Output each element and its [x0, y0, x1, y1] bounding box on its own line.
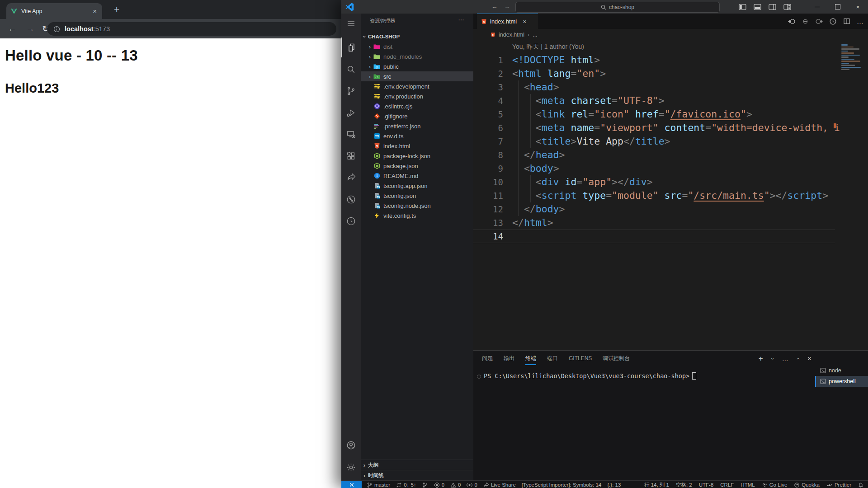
terminal-dropdown-icon[interactable]: ›: [769, 355, 776, 362]
open-changes-icon[interactable]: [802, 18, 809, 25]
terminal-item-powershell[interactable]: powershell: [815, 376, 868, 387]
status-Quokka[interactable]: Quokka: [794, 482, 820, 488]
account-icon[interactable]: [341, 435, 361, 455]
remote-indicator[interactable]: [341, 481, 362, 488]
status-CRLF[interactable]: CRLF: [720, 482, 734, 488]
explorer-icon[interactable]: [341, 38, 361, 57]
editor-tab-index-html[interactable]: 5 index.html ×: [477, 14, 538, 29]
breadcrumb-file[interactable]: index.html: [499, 32, 524, 38]
tree-folder-dist[interactable]: ›dist: [361, 42, 473, 52]
project-root-row[interactable]: › CHAO-SHOP: [361, 32, 473, 42]
site-info-icon[interactable]: [53, 26, 60, 33]
command-center-search[interactable]: chao-shop: [515, 2, 720, 13]
panel-bottom-icon[interactable]: [754, 4, 761, 10]
status-0[interactable]: 0: [450, 482, 461, 488]
menu-hamburger-icon[interactable]: [341, 14, 361, 33]
close-button[interactable]: ×: [848, 0, 868, 14]
nav-back-icon[interactable]: ←: [491, 3, 498, 10]
tree-file-.eslintrc.cjs[interactable]: .eslintrc.cjs: [361, 101, 473, 111]
status-Prettier[interactable]: Prettier: [826, 482, 851, 488]
panel-tab-输出[interactable]: 输出: [504, 352, 514, 366]
remote-explorer-icon[interactable]: [341, 124, 361, 144]
tree-file-.prettierrc.json[interactable]: .prettierrc.json: [361, 121, 473, 131]
minimize-button[interactable]: [807, 0, 827, 14]
maximize-panel-icon[interactable]: ›: [795, 355, 801, 362]
tree-file-.env.development[interactable]: .env.development: [361, 81, 473, 91]
maximize-button[interactable]: [827, 0, 848, 14]
close-panel-icon[interactable]: ×: [807, 355, 811, 363]
open-changes-prev-icon[interactable]: [788, 18, 796, 25]
live-share-icon[interactable]: [341, 168, 361, 188]
tree-file-vite.config.ts[interactable]: vite.config.ts: [361, 211, 473, 221]
code-editor[interactable]: You, 昨天 | 1 author (You) 1<!DOCTYPE html…: [473, 41, 868, 350]
gitlens-icon[interactable]: [341, 189, 361, 209]
panel-tab-调试控制台[interactable]: 调试控制台: [603, 352, 630, 366]
tree-file-tsconfig.app.json[interactable]: TStsconfig.app.json: [361, 181, 473, 191]
outline-section[interactable]: › 大纲: [361, 460, 473, 470]
panel-left-icon[interactable]: [739, 4, 746, 10]
timeline-section[interactable]: › 时间线: [361, 470, 473, 481]
panel-tab-问题[interactable]: 问题: [482, 352, 493, 366]
back-icon[interactable]: ←: [6, 24, 18, 34]
tab-close-icon[interactable]: ×: [523, 18, 526, 25]
timeline-run-icon[interactable]: [829, 18, 837, 25]
gitlens-codelens[interactable]: You, 昨天 | 1 author (You): [512, 43, 584, 51]
tree-file-README.md[interactable]: README.md: [361, 171, 473, 181]
tree-folder-node_modules[interactable]: ›node_modules: [361, 52, 473, 61]
run-debug-icon[interactable]: [341, 103, 361, 122]
more-actions-icon[interactable]: …: [857, 18, 863, 25]
panel-tab-终端[interactable]: 终端: [525, 352, 536, 366]
tree-folder-public[interactable]: ›public: [361, 61, 473, 71]
status-branch[interactable]: [422, 482, 428, 488]
gitlens-inspect-icon[interactable]: [341, 211, 361, 231]
breadcrumb[interactable]: 5 index.html › ...: [473, 29, 868, 41]
search-icon[interactable]: [341, 59, 361, 79]
minimap-line: [841, 69, 849, 70]
split-editor-icon[interactable]: [843, 18, 850, 25]
tree-file-.env.production[interactable]: .env.production: [361, 91, 473, 101]
nav-forward-icon[interactable]: →: [504, 3, 510, 10]
panel-more-icon[interactable]: …: [782, 355, 788, 362]
new-tab-button[interactable]: +: [114, 5, 119, 14]
sidebar-more-icon[interactable]: …: [458, 14, 464, 22]
terminal-item-node[interactable]: node: [815, 365, 868, 376]
source-control-icon[interactable]: [341, 81, 361, 101]
forward-icon[interactable]: →: [24, 24, 36, 34]
tree-file-index.html[interactable]: 5index.html: [361, 141, 473, 151]
open-changes-next-icon[interactable]: [815, 18, 823, 25]
tree-file-package.json[interactable]: package.json: [361, 161, 473, 171]
panel-right-icon[interactable]: [769, 4, 776, 10]
breadcrumb-more[interactable]: ...: [533, 32, 537, 38]
status-Live-Share[interactable]: Live Share: [483, 482, 516, 488]
address-bar[interactable]: localhost:5173: [47, 22, 336, 36]
status-bell[interactable]: [858, 482, 863, 488]
extensions-icon[interactable]: [341, 146, 361, 166]
panel-tab-端口[interactable]: 端口: [547, 352, 558, 366]
status-0[interactable]: 0: [434, 482, 444, 488]
new-terminal-icon[interactable]: +: [759, 354, 763, 363]
status-行-14-列-1[interactable]: 行 14, 列 1: [644, 482, 669, 488]
settings-icon[interactable]: [341, 457, 361, 477]
terminal-prompt-line[interactable]: PS C:\Users\lilichao\Desktop\Vue3\vue3-c…: [484, 372, 696, 380]
status-0[interactable]: 0: [467, 482, 477, 488]
tree-file-tsconfig.node.json[interactable]: TStsconfig.node.json: [361, 201, 473, 211]
tree-file-package-lock.json[interactable]: package-lock.json: [361, 151, 473, 161]
status-空格-2[interactable]: 空格: 2: [676, 482, 692, 488]
tree-folder-src[interactable]: ›src: [361, 71, 473, 81]
tab-close-icon[interactable]: ×: [92, 8, 98, 14]
status-0-5-[interactable]: 0↓ 5↑: [396, 482, 416, 488]
code-token: [576, 190, 582, 201]
status--13[interactable]: {.}: 13: [607, 482, 621, 488]
browser-tab[interactable]: Vite App ×: [6, 3, 102, 19]
status-UTF-8[interactable]: UTF-8: [699, 482, 714, 488]
status-master[interactable]: master: [367, 482, 390, 488]
tree-file-.gitignore[interactable]: .gitignore: [361, 111, 473, 121]
tree-file-env.d.ts[interactable]: TSenv.d.ts: [361, 131, 473, 141]
tree-file-tsconfig.json[interactable]: TStsconfig.json: [361, 191, 473, 201]
status-HTML[interactable]: HTML: [741, 482, 755, 488]
layout-customize-icon[interactable]: [783, 4, 791, 10]
minimap[interactable]: [840, 41, 868, 350]
status-Go-Live[interactable]: Go Live: [762, 482, 788, 488]
panel-tab-GITLENS[interactable]: GITLENS: [569, 352, 592, 365]
status--TypeScript-Importer-Sym[interactable]: [TypeScript Importer]: Symbols: 14: [522, 482, 601, 488]
